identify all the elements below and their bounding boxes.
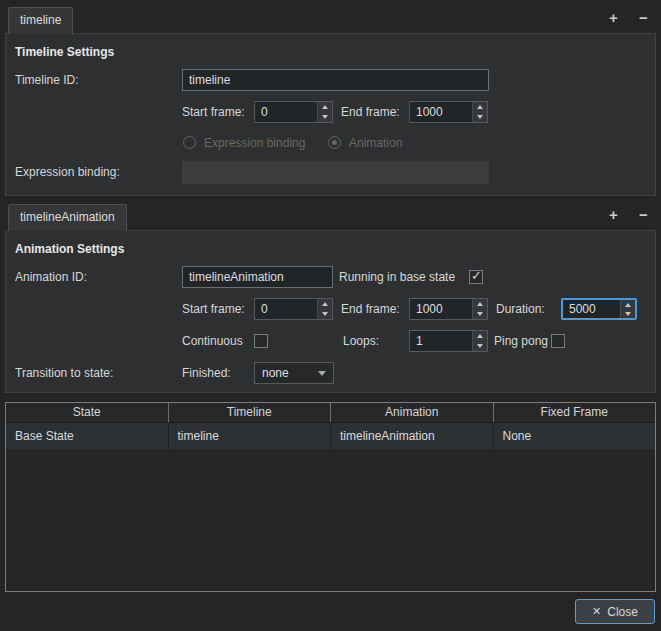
table-row[interactable]: Base State timeline timelineAnimation No… xyxy=(6,423,655,449)
spin-up-button[interactable] xyxy=(473,331,487,341)
cell-animation[interactable]: timelineAnimation xyxy=(331,423,494,449)
start-frame-input[interactable] xyxy=(255,102,317,122)
expression-binding-radio-label: Expression binding xyxy=(204,132,305,154)
ping-pong-checkbox[interactable] xyxy=(551,334,565,348)
close-button-label: Close xyxy=(607,605,638,619)
chevron-up-icon xyxy=(477,105,483,109)
chevron-up-icon xyxy=(322,105,328,109)
end-frame-input[interactable] xyxy=(410,102,472,122)
chevron-down-icon xyxy=(322,312,328,316)
continuous-checkbox[interactable] xyxy=(254,334,268,348)
transition-to-state-label: Transition to state: xyxy=(15,362,113,384)
animation-settings-panel: Animation Settings Animation ID: Running… xyxy=(5,230,656,393)
animation-id-label: Animation ID: xyxy=(15,266,87,288)
start-frame-spinbox xyxy=(254,101,333,123)
start-frame-input[interactable] xyxy=(255,299,317,319)
timeline-id-label: Timeline ID: xyxy=(15,69,79,91)
spin-up-button[interactable] xyxy=(621,300,635,309)
plus-icon: + xyxy=(609,9,618,26)
spin-up-button[interactable] xyxy=(473,102,487,112)
finished-label: Finished: xyxy=(182,362,231,384)
cell-timeline[interactable]: timeline xyxy=(169,423,332,449)
column-header-timeline[interactable]: Timeline xyxy=(169,403,332,423)
animation-start-frame-spinbox xyxy=(254,298,333,320)
minus-icon: − xyxy=(639,206,648,223)
spin-down-button[interactable] xyxy=(473,112,487,122)
expression-binding-input xyxy=(182,161,489,184)
chevron-down-icon xyxy=(477,344,483,348)
timeline-settings-title: Timeline Settings xyxy=(15,45,114,59)
duration-label: Duration: xyxy=(496,298,545,320)
states-table: State Timeline Animation Fixed Frame Bas… xyxy=(5,402,656,592)
animation-settings-title: Animation Settings xyxy=(15,242,124,256)
timeline-settings-panel: Timeline Settings Timeline ID: Start fra… xyxy=(5,33,656,196)
spin-buttons xyxy=(317,299,332,319)
timeline-panel-toolbar: + − xyxy=(605,9,652,27)
spin-buttons xyxy=(472,331,487,351)
running-in-base-state-label: Running in base state xyxy=(339,266,455,288)
spin-buttons xyxy=(472,299,487,319)
duration-spinbox xyxy=(561,298,637,320)
close-x-icon: ✕ xyxy=(592,605,601,618)
minus-icon: − xyxy=(639,9,648,26)
spin-down-button[interactable] xyxy=(473,341,487,351)
finished-dropdown-value: none xyxy=(262,363,289,383)
remove-timeline-button[interactable]: − xyxy=(635,9,652,27)
chevron-down-icon xyxy=(318,371,326,376)
add-timeline-button[interactable]: + xyxy=(605,9,622,27)
close-button[interactable]: ✕ Close xyxy=(575,599,655,624)
end-frame-label: End frame: xyxy=(341,298,400,320)
finished-dropdown[interactable]: none xyxy=(254,362,334,384)
spin-buttons xyxy=(317,102,332,122)
chevron-up-icon xyxy=(625,303,631,307)
chevron-down-icon xyxy=(477,312,483,316)
add-animation-button[interactable]: + xyxy=(605,206,622,224)
timeline-id-input[interactable] xyxy=(182,69,489,91)
chevron-up-icon xyxy=(477,302,483,306)
loops-label: Loops: xyxy=(343,330,379,352)
chevron-down-icon xyxy=(322,115,328,119)
spin-up-button[interactable] xyxy=(473,299,487,309)
animation-radio-label: Animation xyxy=(349,132,402,154)
spin-down-button[interactable] xyxy=(473,309,487,319)
animation-radio[interactable] xyxy=(328,136,341,149)
remove-animation-button[interactable]: − xyxy=(635,206,652,224)
loops-spinbox xyxy=(409,330,488,352)
tab-timeline[interactable]: timeline xyxy=(8,7,73,34)
states-table-header: State Timeline Animation Fixed Frame xyxy=(6,403,655,423)
end-frame-spinbox xyxy=(409,101,488,123)
animation-end-frame-spinbox xyxy=(409,298,488,320)
plus-icon: + xyxy=(609,206,618,223)
cell-state[interactable]: Base State xyxy=(6,423,169,449)
column-header-state[interactable]: State xyxy=(6,403,169,423)
spin-up-button[interactable] xyxy=(318,299,332,309)
expression-binding-label: Expression binding: xyxy=(15,161,120,183)
start-frame-label: Start frame: xyxy=(182,101,245,123)
spin-down-button[interactable] xyxy=(318,112,332,122)
end-frame-input[interactable] xyxy=(410,299,472,319)
spin-up-button[interactable] xyxy=(318,102,332,112)
spin-down-button[interactable] xyxy=(621,309,635,318)
chevron-up-icon xyxy=(477,334,483,338)
spin-buttons xyxy=(472,102,487,122)
running-in-base-state-checkbox[interactable] xyxy=(469,270,483,284)
end-frame-label: End frame: xyxy=(341,101,400,123)
chevron-down-icon xyxy=(477,115,483,119)
column-header-animation[interactable]: Animation xyxy=(331,403,494,423)
duration-input[interactable] xyxy=(563,300,620,318)
spin-down-button[interactable] xyxy=(318,309,332,319)
ping-pong-label: Ping pong xyxy=(494,330,548,352)
chevron-down-icon xyxy=(625,312,631,316)
tab-timeline-animation[interactable]: timelineAnimation xyxy=(8,204,127,231)
continuous-label: Continuous xyxy=(182,330,243,352)
start-frame-label: Start frame: xyxy=(182,298,245,320)
chevron-up-icon xyxy=(322,302,328,306)
column-header-fixed-frame[interactable]: Fixed Frame xyxy=(494,403,656,423)
animation-id-input[interactable] xyxy=(182,266,333,288)
expression-binding-radio[interactable] xyxy=(183,136,196,149)
loops-input[interactable] xyxy=(410,331,472,351)
spin-buttons xyxy=(620,300,635,318)
animation-panel-toolbar: + − xyxy=(605,206,652,224)
cell-fixed-frame[interactable]: None xyxy=(494,423,656,449)
